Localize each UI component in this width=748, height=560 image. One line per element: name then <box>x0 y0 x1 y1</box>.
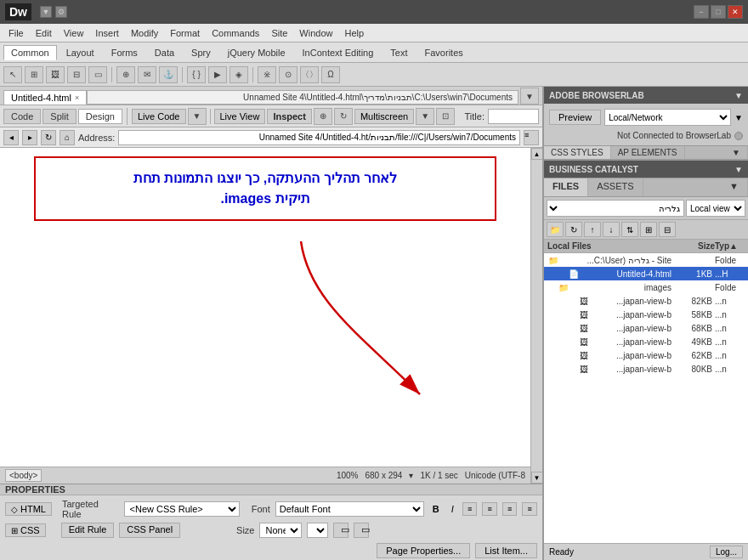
browserlab-close[interactable]: ▼ <box>734 91 743 100</box>
bc-collapse[interactable]: ▼ <box>734 165 743 174</box>
tool-comment[interactable]: ※ <box>258 66 276 83</box>
inspect-options[interactable]: ⊕ <box>314 108 332 125</box>
upload-btn[interactable]: ↑ <box>584 222 601 237</box>
tab-incontext-editing[interactable]: InContext Editing <box>295 45 382 60</box>
scroll-down[interactable]: ▼ <box>531 472 543 484</box>
tool-widget[interactable]: ◈ <box>230 66 248 83</box>
tab-favorites[interactable]: Favorites <box>417 45 471 60</box>
multiscreen-arrow[interactable]: ▼ <box>416 108 434 125</box>
maximize-button[interactable]: □ <box>711 5 726 19</box>
font-select[interactable]: Default Font <box>275 501 424 517</box>
folder-select[interactable]: גלריה <box>547 200 684 217</box>
file-item-5[interactable]: 🖼 japan-view-b... 68KB ...n <box>544 321 748 335</box>
menu-file[interactable]: File <box>3 26 29 40</box>
tab-css-styles[interactable]: CSS STYLES <box>544 146 611 159</box>
tab-forms[interactable]: Forms <box>104 45 145 60</box>
tab-spry[interactable]: Spry <box>184 45 218 60</box>
align-left-btn[interactable]: ≡ <box>462 502 478 516</box>
file-item-8[interactable]: 🖼 japan-view-b... 80KB ...n <box>544 362 748 376</box>
scroll-up[interactable]: ▲ <box>531 148 543 160</box>
align-justify-btn[interactable]: ≡ <box>522 502 537 516</box>
tab-data[interactable]: Data <box>147 45 182 60</box>
sync-btn[interactable]: ↻ <box>334 108 353 125</box>
file-tab-untitled[interactable]: Untitled-4.html × <box>3 90 87 105</box>
network-select[interactable]: Local/Network <box>604 109 731 126</box>
tool-arrow[interactable]: ↖ <box>3 66 22 83</box>
tool-select[interactable]: ⊞ <box>25 66 43 83</box>
tool-anchor[interactable]: ⚓ <box>159 66 178 83</box>
menu-modify[interactable]: Modify <box>126 26 163 40</box>
tab-assets[interactable]: ASSETS <box>588 178 643 196</box>
file-options-btn[interactable]: ▼ <box>520 88 539 105</box>
menu-commands[interactable]: Commands <box>207 26 264 40</box>
tool-table[interactable]: ⊟ <box>67 66 86 83</box>
split-button[interactable]: Split <box>42 109 76 124</box>
files-options[interactable]: ▼ <box>721 178 748 196</box>
align-center-btn[interactable]: ≡ <box>482 502 497 516</box>
menu-insert[interactable]: Insert <box>90 26 124 40</box>
address-go-button[interactable]: ≡ <box>524 130 539 145</box>
design-area[interactable]: לאחר תהליך ההעתקה, כך יוצגו התמונות תחת … <box>0 148 530 467</box>
menu-site[interactable]: Site <box>266 26 292 40</box>
inspect-button[interactable]: Inspect <box>267 109 312 124</box>
html-tag-button[interactable]: ◇ HTML <box>5 502 52 516</box>
tool-special-char[interactable]: Ω <box>321 66 340 83</box>
size-unit-select[interactable]: px <box>307 523 328 538</box>
tool-tag[interactable]: 〈〉 <box>300 66 319 83</box>
list-item-button[interactable]: List Item... <box>475 543 537 558</box>
minimize-button[interactable]: − <box>694 5 709 19</box>
download-btn[interactable]: ↓ <box>603 222 620 237</box>
live-code-button[interactable]: Live Code <box>132 109 186 124</box>
align-right-btn[interactable]: ≡ <box>502 502 518 516</box>
file-item-1[interactable]: 📄 Untitled-4.html 1KB ...H <box>544 267 748 280</box>
menu-view[interactable]: View <box>59 26 89 40</box>
menu-help[interactable]: Help <box>339 26 369 40</box>
tool-snippet[interactable]: { } <box>187 66 206 83</box>
vertical-scrollbar[interactable]: ▲ ▼ <box>530 148 542 484</box>
log-button[interactable]: Log... <box>710 546 743 558</box>
collapse-btn[interactable]: ⊟ <box>659 222 676 237</box>
code-button[interactable]: Code <box>3 109 41 124</box>
css-panel-button[interactable]: CSS Panel <box>119 523 180 538</box>
new-folder-btn[interactable]: 📁 <box>547 222 564 237</box>
size-select[interactable]: None <box>259 523 302 538</box>
live-code-arrow[interactable]: ▼ <box>188 108 207 125</box>
page-properties-button[interactable]: Page Properties... <box>377 543 470 558</box>
view-select[interactable]: Local view <box>686 200 745 217</box>
preview-button[interactable]: Preview <box>549 110 601 125</box>
body-tag[interactable]: <body> <box>5 469 42 482</box>
tool-template[interactable]: ⊙ <box>279 66 298 83</box>
tab-common[interactable]: Common <box>3 45 57 60</box>
tool-link[interactable]: ⊕ <box>116 66 135 83</box>
refresh-files-btn[interactable]: ↻ <box>565 222 582 237</box>
css-tag-button[interactable]: ⊞ CSS <box>5 523 46 537</box>
live-view-button[interactable]: Live View <box>214 109 266 124</box>
title-input[interactable] <box>488 109 539 124</box>
multiscreen-button[interactable]: Multiscreen <box>354 109 414 124</box>
css-panel-options[interactable]: ▼ <box>725 146 748 159</box>
menu-edit[interactable]: Edit <box>31 26 57 40</box>
settings-btn[interactable]: ⚙ <box>55 6 67 18</box>
forward-button[interactable]: ▸ <box>22 130 37 145</box>
menu-format[interactable]: Format <box>165 26 205 40</box>
tab-files[interactable]: FILES <box>544 178 588 196</box>
address-input[interactable] <box>118 130 520 145</box>
italic-button[interactable]: I <box>448 504 457 514</box>
close-button[interactable]: ✕ <box>728 5 743 19</box>
file-item-3[interactable]: 🖼 japan-view-b... 82KB ...n <box>544 294 748 308</box>
tab-text[interactable]: Text <box>382 45 415 60</box>
tool-email[interactable]: ✉ <box>138 66 156 83</box>
back-button[interactable]: ◂ <box>3 130 19 145</box>
design-button[interactable]: Design <box>78 109 122 124</box>
bold-button[interactable]: B <box>429 504 443 514</box>
color-picker-btn[interactable]: ▭ <box>354 523 369 538</box>
menu-window[interactable]: Window <box>294 26 337 40</box>
file-tab-close[interactable]: × <box>75 93 79 102</box>
file-item-0[interactable]: 📁 Site - גלריה (C:\User... Folde <box>544 253 748 267</box>
preview-btn[interactable]: ⊡ <box>436 108 455 125</box>
tab-ap-elements[interactable]: AP ELEMENTS <box>611 146 685 159</box>
tab-layout[interactable]: Layout <box>59 45 102 60</box>
file-item-2[interactable]: 📁 images Folde <box>544 280 748 294</box>
color-btn[interactable]: ▭ <box>333 523 348 538</box>
refresh-button[interactable]: ↻ <box>41 130 56 145</box>
